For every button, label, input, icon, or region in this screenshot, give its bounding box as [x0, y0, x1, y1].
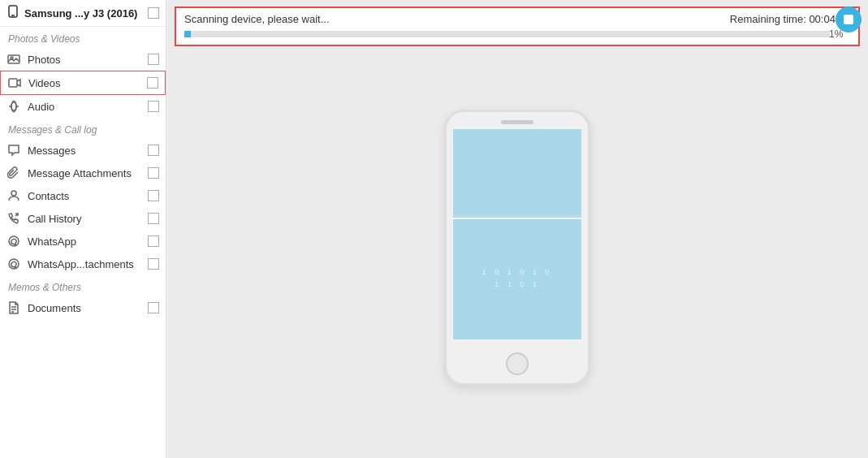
sidebar: Samsung ...y J3 (2016) Photos & Videos P… — [0, 0, 166, 458]
sidebar-item-message-attachments[interactable]: Message Attachments — [0, 162, 166, 184]
video-icon — [7, 76, 22, 90]
progress-bar-container — [184, 31, 830, 37]
section-photos-videos: Photos & Videos — [0, 27, 166, 48]
contacts-checkbox[interactable] — [148, 190, 159, 201]
document-icon — [6, 300, 21, 315]
device-name: Samsung ...y J3 (2016) — [24, 7, 148, 19]
whatsapp-attachments-checkbox[interactable] — [148, 258, 159, 270]
videos-label: Videos — [28, 77, 147, 89]
call-history-label: Call History — [28, 213, 148, 225]
sidebar-item-messages[interactable]: Messages — [0, 139, 166, 162]
stop-icon — [844, 15, 853, 24]
content-area: Scanning device, please wait... Remainin… — [166, 0, 868, 458]
sidebar-item-contacts[interactable]: Contacts — [0, 184, 166, 207]
whatsapp-attach-icon — [6, 257, 21, 271]
whatsapp-attachments-label: WhatsApp...tachments — [28, 258, 148, 270]
documents-label: Documents — [28, 302, 148, 314]
progress-top-row: Scanning device, please wait... Remainin… — [184, 13, 850, 25]
scan-line — [453, 218, 581, 219]
audio-checkbox[interactable] — [148, 101, 159, 112]
phone-screen-top — [453, 129, 581, 216]
remaining-label: Remaining time: — [730, 13, 806, 25]
whatsapp-icon — [6, 234, 21, 248]
sidebar-item-audio[interactable]: Audio — [0, 95, 166, 118]
audio-label: Audio — [28, 101, 148, 113]
documents-checkbox[interactable] — [148, 302, 159, 313]
phone-speaker — [501, 120, 533, 124]
phone-home-button — [506, 352, 529, 375]
message-icon — [6, 143, 21, 158]
section-messages: Messages & Call log — [0, 118, 166, 139]
contacts-label: Contacts — [28, 190, 148, 202]
whatsapp-label: WhatsApp — [28, 235, 148, 248]
sidebar-item-whatsapp-attachments[interactable]: WhatsApp...tachments — [0, 253, 166, 275]
photos-checkbox[interactable] — [148, 54, 159, 65]
call-history-checkbox[interactable] — [148, 213, 159, 224]
sidebar-item-call-history[interactable]: Call History — [0, 207, 166, 230]
progress-banner: Scanning device, please wait... Remainin… — [175, 6, 860, 46]
binary-display: 1 0 1 0 1 0 1 1 0 1 — [482, 266, 553, 290]
photo-icon — [6, 52, 21, 67]
device-checkbox[interactable] — [148, 7, 159, 19]
attachment-icon — [6, 166, 21, 180]
sidebar-item-documents[interactable]: Documents — [0, 296, 166, 319]
sidebar-item-whatsapp[interactable]: WhatsApp — [0, 230, 166, 253]
call-history-icon — [6, 211, 21, 226]
messages-checkbox[interactable] — [148, 145, 159, 156]
section-memos-others: Memos & Others — [0, 275, 166, 296]
videos-checkbox[interactable] — [147, 77, 158, 89]
sidebar-item-photos[interactable]: Photos — [0, 48, 166, 71]
sidebar-item-videos[interactable]: Videos — [0, 71, 166, 95]
progress-bar-fill — [184, 31, 191, 37]
phone-container: 1 0 1 0 1 0 1 1 0 1 — [166, 53, 868, 458]
message-attachments-label: Message Attachments — [28, 167, 148, 179]
whatsapp-checkbox[interactable] — [148, 235, 159, 247]
audio-icon — [6, 99, 21, 114]
scan-text: Scanning device, please wait... — [184, 13, 330, 25]
photos-label: Photos — [28, 54, 148, 66]
device-icon — [6, 5, 19, 21]
main-layout: Samsung ...y J3 (2016) Photos & Videos P… — [0, 0, 868, 458]
remaining-time-text: Remaining time: 00:04:27 — [730, 13, 850, 25]
device-header: Samsung ...y J3 (2016) — [0, 0, 166, 27]
phone-screen-bottom: 1 0 1 0 1 0 1 1 0 1 — [453, 218, 581, 339]
svg-point-8 — [11, 191, 16, 196]
svg-rect-4 — [9, 79, 17, 87]
contact-icon — [6, 188, 21, 203]
phone-graphic: 1 0 1 0 1 0 1 1 0 1 — [444, 110, 590, 386]
messages-label: Messages — [28, 145, 148, 157]
stop-button[interactable] — [836, 6, 862, 32]
message-attachments-checkbox[interactable] — [148, 167, 159, 179]
svg-point-7 — [11, 102, 16, 110]
